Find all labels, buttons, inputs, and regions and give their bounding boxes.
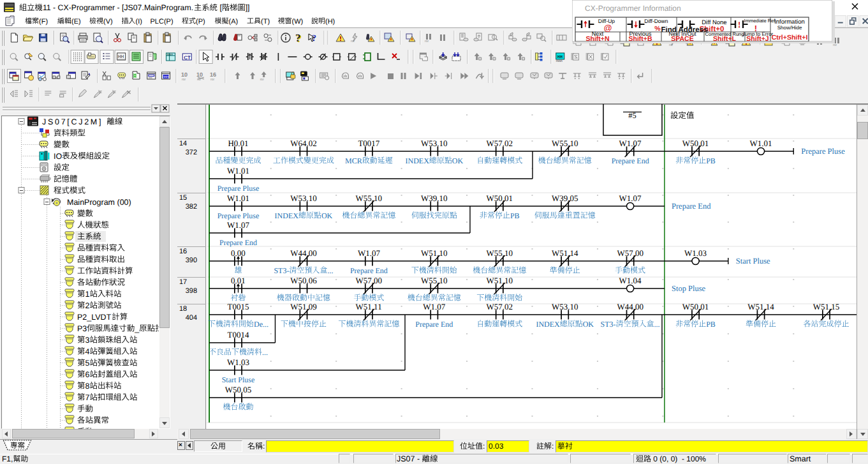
- svg-text:W57.00: W57.00: [356, 276, 383, 285]
- svg-text::: :: [483, 442, 485, 451]
- svg-text:T0014: T0014: [228, 330, 249, 340]
- svg-text:ror: ror: [425, 40, 429, 43]
- svg-text:W57.02: W57.02: [487, 302, 513, 311]
- svg-text:W1.07: W1.07: [227, 220, 250, 230]
- svg-text:W44.00: W44.00: [290, 248, 317, 258]
- svg-text:JS07 -: JS07 -: [397, 454, 422, 463]
- svg-text:INDEX: INDEX: [536, 320, 560, 329]
- svg-text:JS07[CJ2M]: JS07[CJ2M]: [42, 117, 107, 126]
- svg-text:W1.03: W1.03: [684, 248, 707, 258]
- svg-text:Ctrl+Shift+I: Ctrl+Shift+I: [772, 34, 808, 41]
- svg-text:W1.07: W1.07: [423, 302, 446, 311]
- svg-text:P3: P3: [77, 324, 87, 333]
- svg-text:Prepare Pluse: Prepare Pluse: [217, 211, 260, 220]
- svg-text:0.01: 0.01: [231, 276, 246, 285]
- svg-text:W57.00: W57.00: [617, 248, 644, 258]
- svg-text:...: ...: [654, 320, 660, 329]
- svg-text:6: 6: [85, 370, 90, 379]
- svg-text:W51.10: W51.10: [487, 276, 513, 285]
- svg-text:INDEX: INDEX: [406, 156, 430, 165]
- svg-text:ror: ror: [351, 40, 355, 43]
- svg-text:ror: ror: [260, 78, 264, 82]
- svg-text:MCR: MCR: [345, 156, 362, 165]
- svg-text:W51.14: W51.14: [552, 248, 578, 258]
- svg-text:CX-Programmer Information: CX-Programmer Information: [585, 4, 681, 13]
- svg-text:(I): (I): [136, 18, 142, 26]
- svg-text:W55.10: W55.10: [356, 193, 383, 203]
- svg-text:ST3-: ST3-: [274, 266, 289, 275]
- svg-text:P2_LVDT: P2_LVDT: [77, 313, 112, 322]
- svg-text:INDEX: INDEX: [275, 211, 299, 220]
- svg-text:!: !: [738, 20, 740, 29]
- svg-text:W51.11: W51.11: [356, 302, 382, 311]
- svg-text:8: 8: [85, 382, 90, 391]
- svg-text:W55.10: W55.10: [552, 138, 578, 148]
- svg-text:ror: ror: [833, 43, 837, 47]
- svg-text:...: ...: [327, 266, 333, 275]
- svg-text:Prepare End: Prepare End: [612, 156, 649, 165]
- svg-text:5: 5: [85, 359, 90, 368]
- svg-text:W1.01: W1.01: [750, 138, 772, 148]
- svg-text:SMA: SMA: [167, 53, 173, 56]
- svg-text:OK: OK: [583, 320, 594, 329]
- svg-text:ST3-: ST3-: [601, 320, 616, 329]
- svg-text:(A): (A): [229, 18, 239, 26]
- svg-text:Prepare Pluse: Prepare Pluse: [217, 184, 260, 193]
- svg-text:(W): (W): [292, 18, 304, 26]
- svg-text:Immediate Ref: Immediate Ref: [744, 18, 776, 24]
- svg-text:W50.01: W50.01: [487, 193, 513, 203]
- svg-text:PLC(P): PLC(P): [151, 18, 173, 26]
- svg-text:?: ?: [295, 32, 301, 44]
- svg-text:%: %: [654, 25, 661, 33]
- svg-text:Start Pluse: Start Pluse: [736, 257, 770, 266]
- svg-text:]]: ]]: [246, 3, 250, 12]
- svg-text:7: 7: [85, 393, 90, 402]
- svg-text:W50.01: W50.01: [682, 302, 709, 311]
- svg-text:0 (0, 0) - 100%: 0 (0, 0) - 100%: [651, 454, 706, 463]
- svg-text::: :: [552, 442, 554, 451]
- svg-text:W53.10: W53.10: [290, 193, 317, 203]
- svg-text:3: 3: [85, 336, 90, 345]
- svg-text:16: 16: [210, 71, 216, 78]
- svg-text:W1.04: W1.04: [619, 276, 642, 285]
- svg-text:W39.10: W39.10: [421, 193, 448, 203]
- svg-text:(H): (H): [325, 18, 335, 26]
- svg-text:_: _: [134, 324, 140, 333]
- svg-text:W55.10: W55.10: [421, 276, 448, 285]
- svg-text:W64.02: W64.02: [290, 138, 317, 148]
- svg-text:W51.15: W51.15: [813, 302, 840, 311]
- svg-text:ror: ror: [182, 78, 186, 82]
- svg-text:(V): (V): [103, 18, 113, 26]
- svg-text:(T): (T): [261, 18, 270, 26]
- svg-text:W51.10: W51.10: [421, 248, 448, 258]
- svg-text:(F): (F): [39, 18, 48, 26]
- svg-text:W39.05: W39.05: [552, 193, 578, 203]
- svg-text:2: 2: [85, 301, 90, 310]
- svg-text:W50.05: W50.05: [225, 385, 252, 394]
- svg-text:PB: PB: [510, 211, 520, 220]
- svg-text:W44.00: W44.00: [617, 302, 644, 311]
- svg-text:0.03: 0.03: [489, 442, 504, 451]
- svg-text:W55.10: W55.10: [487, 248, 513, 258]
- svg-text:Smart: Smart: [790, 454, 811, 463]
- svg-text:Stop Pluse: Stop Pluse: [672, 284, 706, 293]
- svg-text:W57.02: W57.02: [487, 138, 513, 148]
- svg-text:ror: ror: [210, 78, 214, 82]
- svg-text:IO: IO: [54, 152, 62, 161]
- svg-text:...: ...: [262, 348, 268, 357]
- svg-text:PB: PB: [706, 320, 716, 329]
- svg-text:0.00: 0.00: [231, 248, 246, 258]
- svg-text:W53.10: W53.10: [421, 138, 448, 148]
- svg-text::: :: [263, 442, 265, 451]
- svg-text:H0.01: H0.01: [228, 138, 248, 148]
- svg-text:11 - CX-Programmer - [JS07.Mai: 11 - CX-Programmer - [JS07.MainProgram.: [43, 3, 193, 12]
- svg-text:Show/Hide: Show/Hide: [777, 25, 802, 31]
- svg-text:[: [: [217, 3, 222, 12]
- svg-text:W50.06: W50.06: [290, 276, 317, 285]
- svg-text:#5: #5: [628, 111, 636, 120]
- svg-text:W1.07: W1.07: [358, 248, 381, 258]
- svg-text:T0015: T0015: [228, 302, 249, 311]
- svg-text:(P): (P): [196, 18, 205, 26]
- svg-text:W50.01: W50.01: [682, 138, 709, 148]
- svg-text:10: 10: [196, 71, 203, 78]
